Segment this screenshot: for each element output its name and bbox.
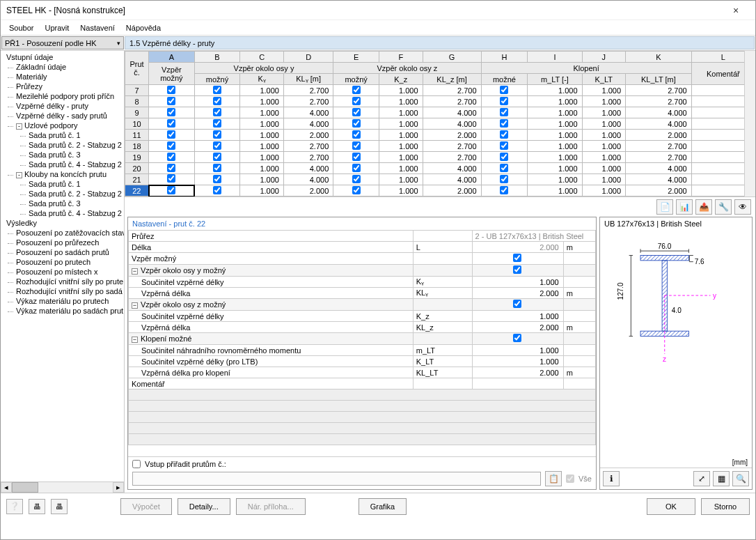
help-icon[interactable]: ❔ [6,499,23,514]
svg-rect-0 [640,256,688,261]
assign-checkbox[interactable] [132,460,141,468]
info-icon[interactable]: ℹ [603,471,620,486]
ok-button[interactable]: OK [647,498,695,515]
tree-item[interactable]: Výsledky [1,218,124,228]
tree-item[interactable]: Posouzení po sadách prutů [1,247,124,257]
tree-item[interactable]: Průřezy [1,82,124,91]
section-figure: y z 76.0 127.0 7.6 4.0 [mm] [600,230,752,468]
close-icon[interactable]: × [722,5,750,16]
axes-icon[interactable]: ⤢ [693,471,710,486]
excel-out-icon[interactable]: 📊 [676,199,693,215]
excel-in-icon[interactable]: 📄 [656,199,673,215]
grid-vscroll[interactable] [744,51,755,196]
svg-text:76.0: 76.0 [658,242,672,250]
tree-hscroll[interactable]: ◂▸ [1,481,124,493]
tree-item[interactable]: Vzpěrné délky - sady prutů [1,111,124,121]
assign-all-label: Vše [578,475,592,483]
tree-item[interactable]: Sada prutů č. 2 - Stabzug 2 [1,189,124,199]
menu-soubor[interactable]: Soubor [3,22,39,33]
tree-item[interactable]: Sada prutů č. 4 - Stabzug 2 [1,208,124,218]
print-icon[interactable]: 🖶 [29,499,45,514]
tree-item[interactable]: Rozhodující vnitřní síly po prute [1,277,124,286]
tree-item[interactable]: Posouzení po průřezech [1,238,124,247]
assign-all-checkbox[interactable] [566,475,574,483]
tree-item[interactable]: -Uzlové podpory [1,121,124,130]
section-title: UB 127x76x13 | British Steel [600,217,752,230]
buckling-grid[interactable]: Prutč.ABCDEFGHIJKLVzpěrmožnýVzpěr okolo … [125,51,755,197]
svg-text:127.0: 127.0 [617,282,624,300]
menu-nastavení[interactable]: Nastavení [74,22,120,33]
window-title: STEEL HK - [Nosná konstrukce] [6,6,722,15]
detail-title: Nastavení - prut č. 22 [128,217,596,230]
details-button[interactable]: Detaily... [178,498,230,515]
detail-panel: Nastavení - prut č. 22 Průřez2 - UB 127x… [127,217,597,490]
menu-nápověda[interactable]: Nápověda [120,22,166,33]
section-panel: UB 127x76x13 | British Steel y z [599,217,753,490]
pane-title: 1.5 Vzpěrné délky - pruty [125,36,755,49]
title-bar: STEEL HK - [Nosná konstrukce] × [1,1,755,20]
tree-item[interactable]: -Klouby na koncích prutu [1,169,124,179]
chevron-down-icon: ▾ [117,40,120,47]
tree-item[interactable]: Sada prutů č. 3 [1,150,124,160]
tree-item[interactable]: Posouzení po zatěžovacích stav [1,228,124,238]
assign-label: Vstup přiřadit prutům č.: [145,460,226,468]
tree-item[interactable]: Sada prutů č. 3 [1,199,124,208]
tree-item[interactable]: Sada prutů č. 4 - Stabzug 2 [1,160,124,169]
tree-item[interactable]: Posouzení po prutech [1,257,124,267]
tree-item[interactable]: Základní údaje [1,62,124,72]
grid-wrap: Prutč.ABCDEFGHIJKLVzpěrmožnýVzpěr okolo … [125,51,755,197]
export-icon[interactable]: 📤 [695,199,712,215]
tree-item[interactable]: Sada prutů č. 1 [1,130,124,140]
load-case-combo[interactable]: PŘ1 - Posouzení podle HK ▾ [1,36,124,49]
svg-text:y: y [713,292,716,300]
filter-icon[interactable]: 🔧 [715,199,732,215]
tree-item[interactable]: Vstupní údaje [1,52,124,62]
print2-icon[interactable]: 🖶 [51,499,68,514]
load-case-label: PŘ1 - Posouzení podle HK [5,39,96,47]
tree-item[interactable]: Sada prutů č. 2 - Stabzug 2 [1,140,124,150]
cancel-button[interactable]: Storno [701,498,750,515]
navigator-tree[interactable]: Vstupní údajeZákladní údajeMateriályPrůř… [1,51,125,493]
calc-button[interactable]: Výpočet [120,498,172,515]
tree-item[interactable]: Rozhodující vnitřní síly po sadá [1,286,124,296]
pick-icon[interactable]: 📋 [545,471,562,486]
tree-item[interactable]: Mezilehlé podpory proti příčn [1,91,124,101]
grid-toolbar: 📄 📊 📤 🔧 👁 [125,197,755,217]
property-table[interactable]: Průřez2 - UB 127x76x13 | British SteelDé… [128,230,596,445]
tree-item[interactable]: Výkaz materiálu po prutech [1,296,124,306]
tree-item[interactable]: Materiály [1,72,124,82]
eye-icon[interactable]: 👁 [734,199,751,215]
svg-text:7.6: 7.6 [695,258,704,265]
stress-icon[interactable]: ▦ [713,471,730,486]
svg-text:4.0: 4.0 [672,307,682,314]
graphics-button[interactable]: Grafika [359,498,407,515]
unit-label: [mm] [732,458,748,466]
zoom-icon[interactable]: 🔍 [732,471,749,486]
tree-item[interactable]: Sada prutů č. 1 [1,179,124,189]
assign-row: Vstup přiřadit prutům č.: 📋 Vše [128,456,596,489]
svg-text:z: z [663,355,666,363]
annex-button[interactable]: Nár. příloha... [236,498,306,515]
menu-bar: SouborUpravitNastaveníNápověda [1,20,755,36]
assign-input[interactable] [132,472,541,486]
footer: ❔ 🖶 🖶 Výpočet Detaily... Nár. příloha...… [1,493,755,519]
tree-item[interactable]: Výkaz materiálu po sadách prut [1,306,124,316]
tree-item[interactable]: Vzpěrné délky - pruty [1,101,124,111]
menu-upravit[interactable]: Upravit [39,22,74,33]
tree-item[interactable]: Posouzení po místech x [1,267,124,277]
